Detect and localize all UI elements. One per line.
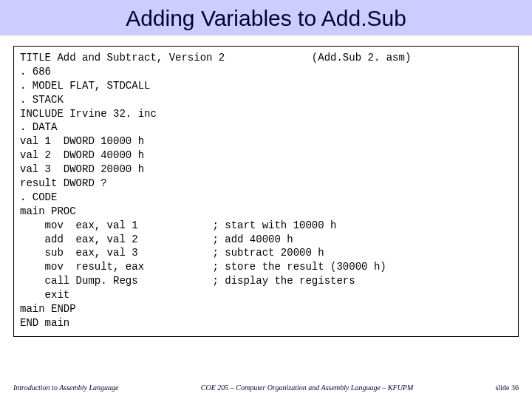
footer-left: Introduction to Assembly Language xyxy=(13,383,119,392)
footer-right: slide 36 xyxy=(496,383,519,392)
title-band: Adding Variables to Add.Sub xyxy=(0,0,532,35)
footer-center: COE 205 – Computer Organization and Asse… xyxy=(119,383,496,392)
slide-title: Adding Variables to Add.Sub xyxy=(0,6,532,31)
footer: Introduction to Assembly Language COE 20… xyxy=(0,383,532,392)
code-block: TITLE Add and Subtract, Version 2 (Add.S… xyxy=(13,46,519,337)
